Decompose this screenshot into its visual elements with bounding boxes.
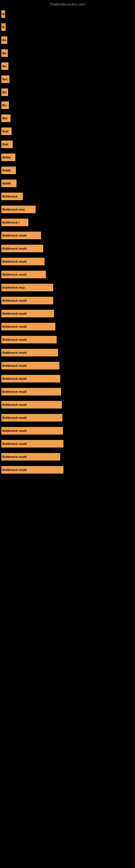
bar-label: Bottleneck result bbox=[1, 258, 45, 265]
bar-row: Bottleneck result bbox=[0, 255, 135, 268]
bar-label: Bot bbox=[1, 115, 10, 122]
bar-row: Bottleneck result bbox=[0, 333, 135, 346]
bar-label: Bottleneck result bbox=[1, 310, 54, 317]
bars-container: BBBoBoBoBotBoBoBotBottBottBottleBottleBo… bbox=[0, 8, 135, 476]
bar-label: Bottleneck result bbox=[1, 388, 61, 396]
bar-row: Bot bbox=[0, 73, 135, 86]
bar-row: Bottleneck result bbox=[0, 411, 135, 424]
bar-label: Bottleneck result bbox=[1, 453, 60, 461]
bar-row: Bottleneck result bbox=[0, 268, 135, 281]
bar-row: Bottleneck result bbox=[0, 307, 135, 320]
bar-label: Bottle bbox=[1, 154, 15, 161]
bar-row: Bottleneck resu bbox=[0, 281, 135, 294]
bar-row: Bottleneck result bbox=[0, 385, 135, 398]
bar-row: Bottleneck r bbox=[0, 216, 135, 229]
bar-label: B bbox=[1, 23, 6, 31]
bar-row: Bottleneck result bbox=[0, 359, 135, 372]
bar-label: Bottleneck result bbox=[1, 323, 55, 330]
bar-label: Bo bbox=[1, 50, 8, 57]
bar-row: Bottle bbox=[0, 164, 135, 177]
bar-label: Bottleneck result bbox=[1, 349, 58, 356]
bar-label: Bo bbox=[1, 62, 8, 70]
bar-label: Bottle bbox=[1, 166, 16, 174]
bar-row: Bo bbox=[0, 99, 135, 112]
bar-label: Bottleneck result bbox=[1, 427, 63, 435]
bar-row: Bottleneck result bbox=[0, 463, 135, 476]
bar-label: Bottleneck result bbox=[1, 440, 63, 447]
bar-row: Bottleneck resu bbox=[0, 203, 135, 216]
bar-label: Bo bbox=[1, 88, 8, 96]
bar-label: Bottleneck result bbox=[1, 297, 53, 304]
bar-label: Bott bbox=[1, 127, 12, 135]
bar-label: Bottleneck result bbox=[1, 375, 60, 382]
bar-row: Bo bbox=[0, 60, 135, 73]
bar-row: Bottleneck result bbox=[0, 320, 135, 333]
bar-row: Bottleneck result bbox=[0, 424, 135, 437]
bar-label: Bot bbox=[1, 75, 9, 83]
bar-row: Bo bbox=[0, 46, 135, 60]
bar-label: Bottle bbox=[1, 180, 16, 187]
bar-row: Bottleneck result bbox=[0, 229, 135, 242]
bar-label: Bottleneck result bbox=[1, 362, 59, 369]
bar-row: Bottle bbox=[0, 177, 135, 190]
bar-row: Bottleneck result bbox=[0, 346, 135, 359]
bar-label: B bbox=[1, 10, 5, 18]
bar-label: Bottleneck result bbox=[1, 245, 43, 252]
bar-row: Bottleneck bbox=[0, 190, 135, 203]
bar-row: Bottleneck result bbox=[0, 372, 135, 385]
bar-row: Bo bbox=[0, 34, 135, 46]
bar-row: Bott bbox=[0, 125, 135, 138]
bar-row: Bo bbox=[0, 86, 135, 99]
bar-label: Bottleneck resu bbox=[1, 284, 53, 291]
bar-row: Bot bbox=[0, 112, 135, 125]
bar-label: Bottleneck r bbox=[1, 219, 28, 226]
bar-label: Bottleneck result bbox=[1, 336, 57, 343]
bar-row: Bottleneck result bbox=[0, 242, 135, 255]
bar-label: Bottleneck result bbox=[1, 414, 62, 422]
bar-row: B bbox=[0, 21, 135, 34]
bar-label: Bott bbox=[1, 141, 13, 148]
bar-row: Bottleneck result bbox=[0, 437, 135, 450]
site-title: TheBottlenecker.com bbox=[0, 0, 135, 8]
bar-label: Bottleneck bbox=[1, 193, 23, 200]
bar-row: Bott bbox=[0, 138, 135, 151]
bar-row: Bottleneck result bbox=[0, 450, 135, 463]
bar-row: Bottleneck result bbox=[0, 294, 135, 307]
bar-label: Bottleneck resu bbox=[1, 206, 36, 213]
bar-label: Bo bbox=[1, 101, 9, 109]
bar-label: Bottleneck result bbox=[1, 231, 41, 239]
bar-label: Bottleneck result bbox=[1, 466, 63, 474]
bar-row: Bottle bbox=[0, 151, 135, 164]
bar-label: Bo bbox=[1, 36, 7, 44]
bar-label: Bottleneck result bbox=[1, 271, 46, 278]
bar-row: B bbox=[0, 8, 135, 21]
bar-label: Bottleneck result bbox=[1, 401, 62, 408]
bar-row: Bottleneck result bbox=[0, 398, 135, 411]
